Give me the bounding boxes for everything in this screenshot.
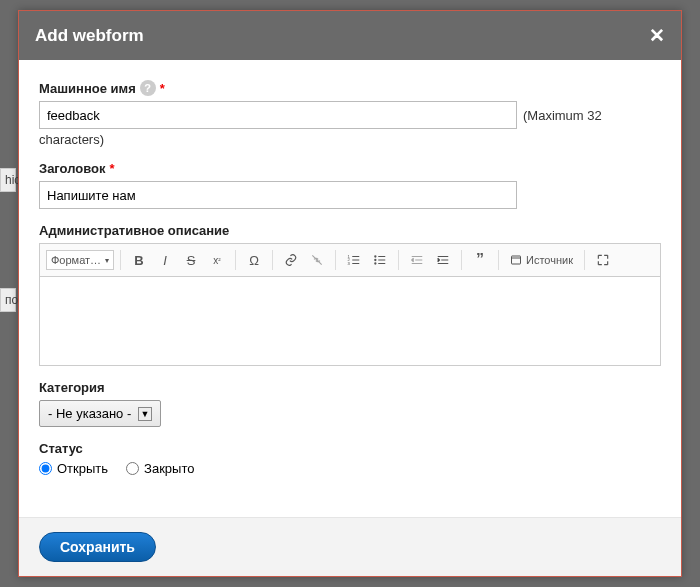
modal-body: Машинное имя ? * (Maximum 32 characters)… (19, 60, 681, 517)
radio-label: Закрыто (144, 461, 194, 476)
bg-fragment: hic (0, 168, 16, 192)
maximize-button[interactable] (591, 248, 615, 272)
superscript-button[interactable]: x² (205, 248, 229, 272)
machine-name-label: Машинное имя ? * (39, 80, 661, 96)
svg-rect-6 (512, 256, 521, 264)
help-icon[interactable]: ? (140, 80, 156, 96)
title-label: Заголовок * (39, 161, 661, 176)
toolbar-separator (398, 250, 399, 270)
blockquote-button[interactable]: ” (468, 248, 492, 272)
source-button[interactable]: Источник (505, 248, 578, 272)
description-label: Административное описание (39, 223, 661, 238)
status-closed-option[interactable]: Закрыто (126, 461, 194, 476)
chevron-down-icon: ▼ (138, 407, 152, 421)
editor-content-area[interactable] (40, 277, 660, 365)
close-button[interactable]: ✕ (649, 24, 665, 47)
description-group: Административное описание Формат… ▾ B I … (39, 223, 661, 366)
editor-toolbar: Формат… ▾ B I S x² Ω (40, 244, 660, 277)
format-label: Формат… (51, 254, 101, 266)
source-icon (510, 254, 522, 266)
italic-button[interactable]: I (153, 248, 177, 272)
label-text: Категория (39, 380, 105, 395)
format-select[interactable]: Формат… ▾ (46, 250, 114, 270)
numbered-list-button[interactable]: 123 (342, 248, 366, 272)
category-selected: - Не указано - (48, 406, 131, 421)
outdent-icon (410, 253, 424, 267)
toolbar-separator (461, 250, 462, 270)
title-input[interactable] (39, 181, 517, 209)
modal-title: Add webform (35, 26, 144, 46)
status-closed-radio[interactable] (126, 462, 139, 475)
toolbar-separator (120, 250, 121, 270)
modal-header: Add webform ✕ (19, 11, 681, 60)
add-webform-modal: Add webform ✕ Машинное имя ? * (Maximum … (18, 10, 682, 577)
status-open-option[interactable]: Открыть (39, 461, 108, 476)
svg-point-5 (374, 262, 376, 264)
rich-text-editor: Формат… ▾ B I S x² Ω (39, 243, 661, 366)
label-text: Статус (39, 441, 83, 456)
toolbar-separator (498, 250, 499, 270)
machine-name-hint-below: characters) (39, 132, 661, 147)
machine-name-input[interactable] (39, 101, 517, 129)
toolbar-separator (235, 250, 236, 270)
strikethrough-button[interactable]: S (179, 248, 203, 272)
machine-name-group: Машинное имя ? * (Maximum 32 characters) (39, 80, 661, 147)
status-open-radio[interactable] (39, 462, 52, 475)
ol-icon: 123 (347, 253, 361, 267)
title-group: Заголовок * (39, 161, 661, 209)
radio-label: Открыть (57, 461, 108, 476)
category-group: Категория - Не указано - ▼ (39, 380, 661, 427)
link-button[interactable] (279, 248, 303, 272)
required-marker: * (160, 81, 165, 96)
bullet-list-button[interactable] (368, 248, 392, 272)
link-icon (284, 253, 298, 267)
toolbar-separator (335, 250, 336, 270)
machine-name-hint-inline: (Maximum 32 (523, 108, 602, 123)
label-text: Заголовок (39, 161, 106, 176)
save-button[interactable]: Сохранить (39, 532, 156, 562)
label-text: Машинное имя (39, 81, 136, 96)
unlink-icon (310, 253, 324, 267)
ul-icon (373, 253, 387, 267)
bold-button[interactable]: B (127, 248, 151, 272)
svg-point-4 (374, 259, 376, 261)
status-group: Статус Открыть Закрыто (39, 441, 661, 476)
label-text: Административное описание (39, 223, 229, 238)
toolbar-separator (584, 250, 585, 270)
indent-icon (436, 253, 450, 267)
bg-fragment: по (0, 288, 16, 312)
chevron-down-icon: ▾ (105, 256, 109, 265)
indent-button[interactable] (431, 248, 455, 272)
special-char-button[interactable]: Ω (242, 248, 266, 272)
svg-text:3: 3 (348, 261, 351, 266)
maximize-icon (596, 253, 610, 267)
source-label: Источник (526, 254, 573, 266)
category-label: Категория (39, 380, 661, 395)
unlink-button[interactable] (305, 248, 329, 272)
outdent-button[interactable] (405, 248, 429, 272)
modal-footer: Сохранить (19, 517, 681, 576)
required-marker: * (110, 161, 115, 176)
svg-point-3 (374, 255, 376, 257)
status-label: Статус (39, 441, 661, 456)
category-select[interactable]: - Не указано - ▼ (39, 400, 161, 427)
toolbar-separator (272, 250, 273, 270)
